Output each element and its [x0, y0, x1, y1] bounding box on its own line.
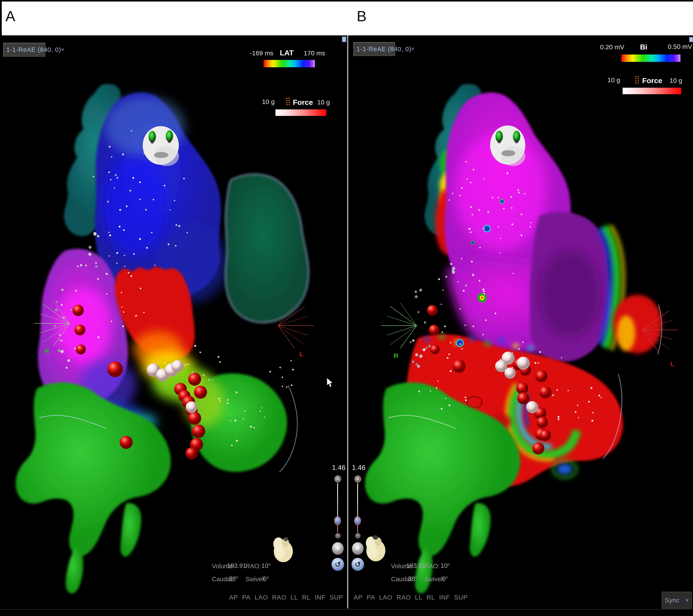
lat-map-3d[interactable]	[2, 35, 347, 607]
ablation-point[interactable]	[75, 325, 85, 335]
zoom-slider-track-lower-b[interactable]	[357, 525, 358, 533]
bi-color-scale-bar[interactable]	[621, 55, 680, 62]
ablation-point[interactable]	[120, 436, 133, 449]
map-point-dot	[535, 362, 536, 364]
rotate-view-button-a[interactable]: ↺	[332, 558, 344, 571]
force-color-scale-bar-a[interactable]	[275, 109, 326, 116]
map-point-dot	[199, 352, 201, 353]
mapping-point[interactable]	[526, 401, 538, 413]
ablation-point[interactable]	[107, 362, 123, 377]
map-point-dot	[522, 342, 524, 343]
ablation-point[interactable]	[194, 386, 207, 399]
orientation-button[interactable]: RAO	[272, 594, 286, 601]
panel-divider[interactable]	[347, 35, 348, 609]
ablation-point[interactable]	[532, 443, 544, 454]
orientation-button[interactable]: PA	[242, 594, 251, 601]
panel-b-window-control-icon[interactable]	[689, 37, 693, 42]
map-point-dot	[98, 336, 99, 338]
map-point-dot	[122, 326, 124, 327]
orientation-button[interactable]: LL	[291, 594, 298, 601]
map-point-dot	[243, 418, 244, 419]
heart-view-button-b[interactable]: ♥	[352, 542, 364, 555]
zoom-slider-handle-b[interactable]	[354, 516, 361, 525]
ablation-point[interactable]	[76, 345, 86, 354]
ablation-point[interactable]	[192, 425, 205, 438]
ablation-point[interactable]	[517, 392, 530, 404]
mapping-point[interactable]	[186, 401, 197, 413]
mapping-point[interactable]	[517, 356, 530, 370]
orientation-button[interactable]: INF	[315, 594, 325, 601]
map-selector-a[interactable]: 1-1-ReAE (840, 0) ˅	[3, 43, 45, 57]
zoom-in-button-b[interactable]: +	[354, 475, 361, 483]
zoom-slider-handle-a[interactable]	[334, 516, 341, 525]
map-point-dot	[445, 398, 446, 399]
ablation-point[interactable]	[430, 345, 440, 354]
map-point-dot	[187, 364, 189, 365]
map-point-dot	[133, 253, 135, 255]
force-color-scale-bar-b[interactable]	[622, 88, 681, 94]
ablation-point[interactable]	[429, 325, 439, 335]
map-selector-b[interactable]: 1-1-ReAE (840, 0) ˅	[354, 42, 395, 56]
ablation-point[interactable]	[188, 373, 201, 386]
ablation-point[interactable]	[185, 447, 198, 459]
map-point-dot	[139, 199, 141, 200]
ablation-point[interactable]	[535, 370, 548, 382]
map-point-dot	[530, 222, 531, 223]
panel-a-window-control-icon[interactable]	[342, 37, 346, 42]
map-point-dot	[59, 340, 61, 341]
ablation-point[interactable]	[453, 360, 466, 373]
orientation-button[interactable]: AP	[229, 594, 238, 601]
mapping-point[interactable]	[504, 368, 516, 379]
map-point-dot	[568, 390, 569, 391]
map-point-dot	[67, 359, 70, 362]
map-point-dot	[208, 379, 210, 381]
map-point-dot	[115, 174, 117, 176]
map-point-dot	[500, 238, 501, 239]
lat-color-scale-bar[interactable]	[263, 60, 315, 67]
orientation-button[interactable]: RL	[427, 594, 435, 601]
map-point-dot	[452, 271, 455, 274]
voltage-map-3d[interactable]	[349, 35, 693, 607]
map-point-dot	[461, 187, 463, 189]
mapping-point[interactable]	[172, 360, 183, 372]
map-point-dot	[111, 156, 112, 158]
orientation-button[interactable]: SUP	[454, 594, 468, 601]
map-point-dot	[59, 334, 61, 336]
orientation-button[interactable]: LAO	[379, 594, 392, 601]
zoom-out-button-b[interactable]: −	[355, 533, 361, 538]
orientation-button[interactable]: LL	[415, 594, 422, 601]
zoom-slider-track-lower-a[interactable]	[337, 525, 338, 533]
map-point-dot	[467, 179, 468, 180]
map-point-dot	[449, 354, 450, 355]
lat-scale-max: 170 ms	[304, 49, 325, 57]
ablation-point[interactable]	[539, 386, 551, 398]
map-point-dot	[121, 292, 122, 293]
ablation-point[interactable]	[540, 430, 551, 441]
ablation-point[interactable]	[73, 305, 84, 316]
orientation-button[interactable]: PA	[367, 594, 375, 601]
map-point-dot	[146, 247, 148, 249]
map-point-dot	[503, 208, 504, 209]
map-point-dot	[470, 206, 472, 208]
heart-view-button-a[interactable]: ♥	[332, 542, 344, 555]
map-point-dot	[163, 185, 165, 186]
zoom-out-button-a[interactable]: −	[335, 533, 341, 538]
map-point-dot	[511, 207, 513, 209]
map-point-dot	[286, 386, 287, 388]
map-point-dot	[122, 153, 124, 156]
zoom-slider-track-a[interactable]	[337, 483, 338, 520]
orientation-button[interactable]: LAO	[255, 594, 268, 601]
ablation-point[interactable]	[188, 412, 201, 425]
zoom-slider-track-b[interactable]	[357, 483, 358, 520]
orientation-button[interactable]: AP	[354, 594, 362, 601]
ablation-point[interactable]	[537, 417, 548, 428]
sync-dropdown[interactable]: Sync ▾	[662, 592, 692, 609]
map-point-dot	[260, 410, 261, 412]
zoom-in-button-a[interactable]: +	[334, 475, 341, 483]
orientation-button[interactable]: RAO	[396, 594, 411, 601]
orientation-button[interactable]: SUP	[330, 594, 343, 601]
ablation-point[interactable]	[427, 305, 438, 316]
orientation-button[interactable]: RL	[302, 594, 311, 601]
map-point-dot	[479, 247, 480, 248]
orientation-button[interactable]: INF	[439, 594, 450, 601]
